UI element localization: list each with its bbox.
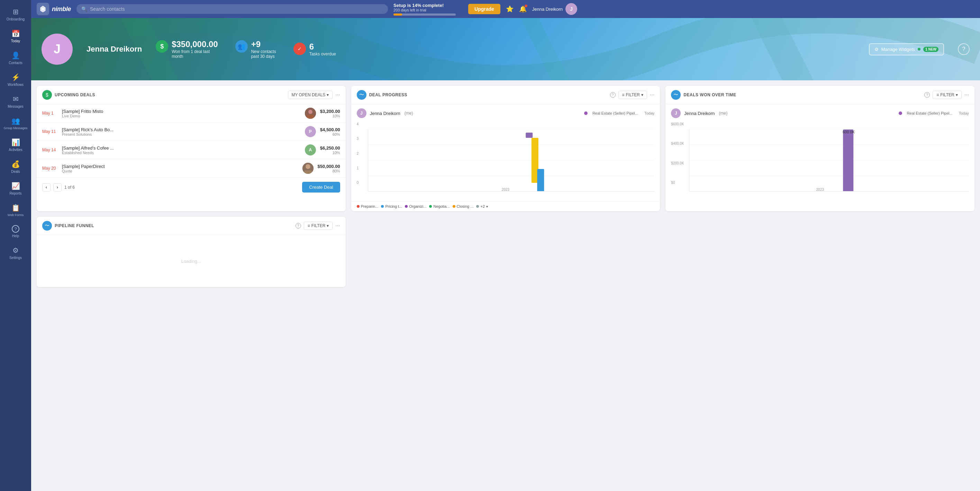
- upgrade-button[interactable]: Upgrade: [468, 4, 500, 14]
- open-deals-dropdown[interactable]: MY OPEN DEALS ▾: [288, 91, 333, 99]
- deals-won-filter-button[interactable]: ≡ FILTER ▾: [932, 91, 961, 99]
- deal-avatar: [302, 163, 313, 174]
- more-options-icon[interactable]: ···: [964, 92, 969, 98]
- progress-bar-fill: [393, 13, 402, 16]
- deal-amount: $4,500.00 60%: [320, 127, 340, 136]
- today-icon: 📅: [11, 29, 20, 38]
- star-icon[interactable]: ⭐: [506, 5, 514, 13]
- more-options-icon[interactable]: ···: [335, 223, 340, 229]
- sidebar-item-group-messages[interactable]: 👥 Group Messages: [0, 113, 31, 134]
- closing-dot: [453, 205, 455, 208]
- hero-stat-won: $ $350,000.00 Won from 1 deal last month: [156, 40, 218, 59]
- sidebar-item-contacts[interactable]: 👤 Contacts: [0, 47, 31, 69]
- upcoming-deals-title: UPCOMING DEALS: [55, 92, 285, 97]
- more-legend-button[interactable]: +2 ▾: [476, 204, 488, 209]
- setup-bar: Setup is 14% complete! 203 days left in …: [393, 3, 463, 16]
- upcoming-deals-icon: $: [42, 90, 52, 100]
- sidebar-item-activities[interactable]: 📊 Activities: [0, 134, 31, 156]
- deal-progress-filter-button[interactable]: ≡ FILTER ▾: [618, 91, 647, 99]
- activities-icon: 📊: [11, 138, 20, 147]
- settings-icon: ⚙: [13, 246, 19, 255]
- deals-won-svg: 600.0K: [689, 129, 969, 191]
- notifications-icon[interactable]: 🔔: [519, 5, 527, 13]
- widgets-row-2: 〜 PIPELINE FUNNEL ? ≡ FILTER ▾ ··· Loadi…: [37, 217, 974, 287]
- hero-stats: $ $350,000.00 Won from 1 deal last month…: [156, 40, 855, 59]
- setup-subtitle: 203 days left in trial: [393, 8, 426, 12]
- deal-progress-help-icon[interactable]: ?: [610, 92, 616, 98]
- table-row: May 1 [Sample] Fritto Misto Live Demo $3…: [37, 104, 346, 123]
- table-row: May 20 [Sample] PaperDirect Quote $50,00…: [37, 159, 346, 178]
- sidebar-item-help[interactable]: ? Help: [0, 221, 31, 242]
- pipeline-funnel-filter-button[interactable]: ≡ FILTER ▾: [304, 222, 332, 230]
- svg-rect-3: [307, 115, 314, 119]
- svg-rect-6: [304, 171, 312, 174]
- deal-progress-header: 〜 DEAL PROGRESS ? ≡ FILTER ▾ ···: [351, 86, 660, 104]
- deal-name: [Sample] PaperDirect: [62, 164, 298, 169]
- deal-info: [Sample] Alfred's Cofee ... Established …: [62, 145, 301, 155]
- user-avatar: J: [565, 3, 577, 15]
- deals-won-title: DEALS WON OVER TIME: [683, 92, 921, 97]
- sidebar-item-deals[interactable]: 💰 Deals: [0, 156, 31, 178]
- deal-stage: Present Solutions: [62, 132, 301, 136]
- pipeline-date: Today: [959, 111, 969, 115]
- next-page-button[interactable]: ›: [53, 183, 62, 191]
- pipeline-funnel-title: PIPELINE FUNNEL: [55, 223, 293, 228]
- deals-won-help-icon[interactable]: ?: [924, 92, 930, 98]
- main-content: nimble 🔍 Setup is 14% complete! 203 days…: [31, 0, 980, 491]
- deal-progress-title: DEAL PROGRESS: [369, 92, 607, 97]
- chart-user-me: (me): [404, 111, 413, 116]
- deals-won-chart-area: $600.0K $400.0K $200.0K $0: [671, 122, 969, 191]
- contacts-icon: 👤: [11, 51, 20, 59]
- svg-point-2: [308, 110, 312, 114]
- deals-won-widget: 〜 DEALS WON OVER TIME ? ≡ FILTER ▾ ···: [665, 86, 974, 211]
- y-axis: $600.0K $400.0K $200.0K $0: [671, 122, 684, 185]
- sidebar: ⊞ Onboarding 📅 Today 👤 Contacts ⚡ Workfl…: [0, 0, 31, 491]
- more-options-icon[interactable]: ···: [650, 92, 654, 98]
- pagination: ‹ › 1 of 6: [42, 183, 75, 191]
- pricing-label: Pricing t...: [385, 204, 402, 209]
- deal-progress-icon: 〜: [357, 90, 366, 100]
- table-row: May 14 [Sample] Alfred's Cofee ... Estab…: [37, 141, 346, 159]
- setup-title: Setup is 14% complete!: [393, 3, 444, 8]
- deals-table: May 1 [Sample] Fritto Misto Live Demo $3…: [37, 104, 346, 178]
- topbar: nimble 🔍 Setup is 14% complete! 203 days…: [31, 0, 980, 18]
- deal-avatar: A: [305, 144, 316, 155]
- stat-contacts-text: +9 New contacts past 30 days: [251, 40, 276, 59]
- stat-contacts-icon: 👥: [235, 40, 248, 53]
- chevron-down-icon: ▾: [327, 92, 329, 97]
- prev-page-button[interactable]: ‹: [42, 183, 51, 191]
- widgets-row-1: $ UPCOMING DEALS MY OPEN DEALS ▾ ··· May…: [37, 86, 974, 211]
- pipeline-name: Real Estate (Seller) Pipel...: [592, 111, 638, 115]
- upcoming-deals-widget: $ UPCOMING DEALS MY OPEN DEALS ▾ ··· May…: [37, 86, 346, 211]
- svg-rect-18: [843, 129, 854, 191]
- sidebar-item-reports[interactable]: 📈 Reports: [0, 178, 31, 199]
- user-info[interactable]: Jenna Dreikorn J: [532, 3, 577, 15]
- sidebar-item-onboarding[interactable]: ⊞ Onboarding: [0, 3, 31, 25]
- chevron-down-icon: ▾: [486, 205, 488, 209]
- onboarding-icon: ⊞: [13, 8, 19, 16]
- notification-badge: [525, 5, 527, 7]
- sidebar-item-web-forms[interactable]: 📋 Web Forms: [0, 199, 31, 221]
- upcoming-deals-header: $ UPCOMING DEALS MY OPEN DEALS ▾ ···: [37, 86, 346, 104]
- more-options-icon[interactable]: ···: [335, 92, 340, 98]
- sidebar-item-today[interactable]: 📅 Today: [0, 25, 31, 47]
- deal-amount: $3,200.00 10%: [320, 109, 340, 118]
- deal-progress-controls: ≡ FILTER ▾ ···: [618, 91, 655, 99]
- sidebar-item-messages[interactable]: ✉ Messages: [0, 91, 31, 113]
- deal-avatar: P: [305, 126, 316, 137]
- sidebar-item-workflows[interactable]: ⚡ Workflows: [0, 69, 31, 91]
- hero-help-button[interactable]: ?: [958, 43, 970, 55]
- pipeline-name: Real Estate (Seller) Pipel...: [907, 111, 953, 115]
- dashboard: $ UPCOMING DEALS MY OPEN DEALS ▾ ··· May…: [31, 80, 980, 491]
- manage-widgets-button[interactable]: ⚙ Manage Widgets 1 NEW: [869, 43, 944, 56]
- filter-icon: ≡: [936, 92, 939, 97]
- search-input[interactable]: [90, 6, 383, 12]
- upcoming-deals-controls: MY OPEN DEALS ▾ ···: [288, 91, 340, 99]
- pipeline-funnel-help-icon[interactable]: ?: [296, 223, 301, 228]
- chart-x-label: 2023: [816, 188, 824, 191]
- chart-x-label: 2023: [502, 188, 509, 191]
- sidebar-item-settings[interactable]: ⚙ Settings: [0, 242, 31, 264]
- search-bar[interactable]: 🔍: [76, 4, 388, 14]
- create-deal-button[interactable]: Create Deal: [302, 182, 340, 193]
- legend-item: Pricing t...: [381, 204, 402, 209]
